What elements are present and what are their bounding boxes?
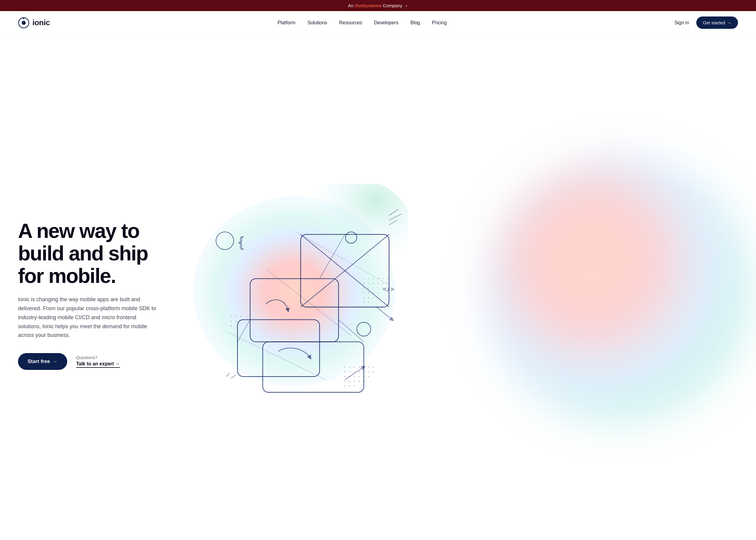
svg-point-25 [344,380,345,382]
hero-description: Ionic is changing the way mobile apps ar… [18,295,159,339]
questions-block: Questions? Talk to an expert → [76,355,120,368]
svg-point-26 [349,380,350,382]
svg-line-75 [226,373,230,376]
svg-point-14 [354,371,355,372]
svg-point-15 [358,371,360,372]
svg-point-50 [363,292,364,293]
svg-point-28 [358,380,360,382]
svg-point-48 [377,287,379,289]
svg-point-43 [382,283,383,284]
svg-point-12 [344,371,345,372]
hero-content: A new way to build and ship for mobile. … [18,213,168,370]
svg-point-40 [368,283,369,284]
svg-point-53 [377,292,379,293]
talk-to-expert-link[interactable]: Talk to an expert → [76,361,120,368]
nav-links: Platform Solutions Resources Developers … [278,20,447,26]
svg-point-7 [354,366,355,367]
start-free-button[interactable]: Start free → [18,353,67,370]
get-started-button[interactable]: Get started → [696,17,738,29]
illustration-wrapper: { </> [168,184,738,400]
svg-point-22 [358,376,360,377]
nav-actions: Sign in Get started → [675,17,738,29]
hero-illustration: { </> [168,184,738,400]
svg-point-57 [363,302,364,303]
svg-text:{: { [238,233,245,250]
questions-label: Questions? [76,355,120,360]
svg-point-30 [344,385,345,386]
svg-point-13 [349,371,350,372]
svg-point-6 [349,366,350,367]
svg-line-76 [231,375,236,378]
main-nav: ionic Platform Solutions Resources Devel… [0,11,756,35]
hero-svg-graphic: { </> [168,184,408,399]
banner-prefix: An [348,3,355,8]
svg-point-59 [230,316,232,317]
svg-point-1 [22,21,26,25]
nav-developers[interactable]: Developers [374,20,398,25]
svg-point-63 [235,321,236,322]
svg-point-64 [230,325,232,327]
top-banner: An OutSystems Company→ [0,0,756,11]
nav-blog[interactable]: Blog [410,20,420,25]
svg-point-61 [240,316,241,317]
svg-point-24 [368,376,369,377]
svg-point-42 [377,283,379,284]
svg-text:</>: </> [383,285,394,293]
nav-resources[interactable]: Resources [339,20,362,25]
svg-point-46 [368,287,369,289]
sign-in-link[interactable]: Sign in [675,20,689,26]
svg-point-32 [354,385,355,386]
svg-point-38 [387,278,388,279]
svg-point-5 [344,366,345,367]
svg-point-56 [373,297,374,298]
svg-point-33 [363,278,364,279]
svg-point-54 [363,297,364,298]
svg-point-8 [358,366,360,367]
nav-solutions[interactable]: Solutions [308,20,327,25]
svg-point-27 [354,380,355,382]
hero-cta: Start free → Questions? Talk to an exper… [18,353,168,370]
svg-point-45 [363,287,364,289]
svg-point-62 [230,321,232,322]
logo-text: ionic [32,18,50,27]
svg-point-55 [368,297,369,298]
svg-point-17 [368,371,369,372]
svg-point-34 [368,278,369,279]
logo-link[interactable]: ionic [18,17,50,29]
svg-point-18 [373,371,374,372]
nav-pricing[interactable]: Pricing [432,20,447,25]
svg-point-52 [373,292,374,293]
svg-point-58 [368,302,369,303]
banner-company: OutSystems [355,3,382,8]
svg-point-37 [382,278,383,279]
svg-point-11 [373,366,374,367]
svg-point-2 [23,17,25,19]
svg-point-47 [373,287,374,289]
nav-platform[interactable]: Platform [278,20,296,25]
svg-point-60 [235,316,236,317]
banner-arrow: → [404,3,408,8]
hero-section: A new way to build and ship for mobile. … [0,35,756,540]
banner-suffix: Company [382,3,403,8]
svg-point-19 [344,376,345,377]
svg-point-10 [368,366,369,367]
svg-point-35 [373,278,374,279]
svg-point-31 [349,385,350,386]
ionic-logo-icon [18,17,29,29]
svg-point-39 [363,283,364,284]
svg-point-41 [373,283,374,284]
svg-point-51 [368,292,369,293]
svg-point-21 [354,376,355,377]
hero-title: A new way to build and ship for mobile. [18,219,168,287]
